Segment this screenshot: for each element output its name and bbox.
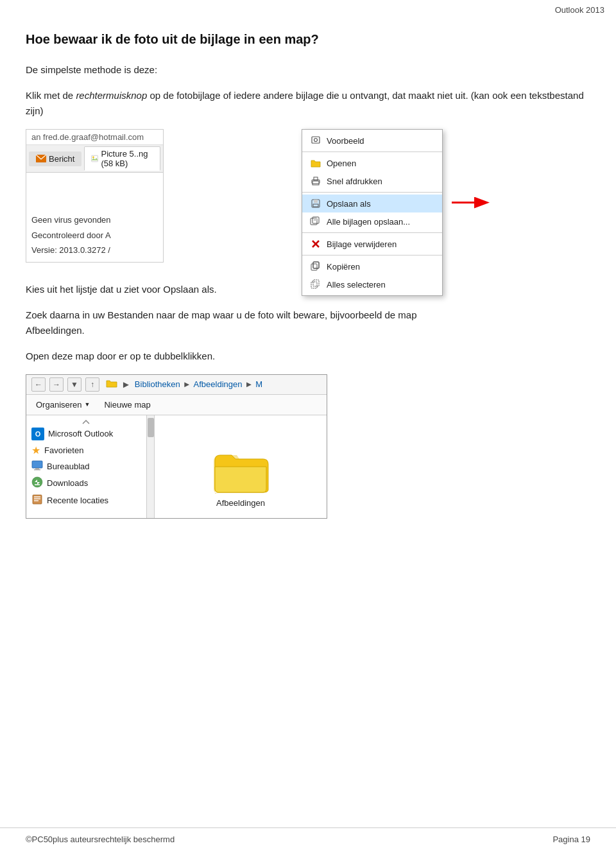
print-icon (310, 175, 321, 187)
svg-rect-20 (313, 262, 319, 268)
menu-label-verwijderen: Bijlage verwijderen (327, 239, 397, 249)
picture-icon (91, 153, 98, 164)
tree-item-favorieten[interactable]: ★ Favorieten (26, 442, 145, 458)
virus-text-area: Geen virus gevonden Gecontroleerd door A… (26, 173, 163, 262)
svg-rect-23 (32, 461, 42, 468)
separator-4 (302, 255, 442, 255)
svg-rect-31 (34, 498, 40, 499)
email-preview: an fred.de.graaf@hotmail.com Bericht (26, 129, 164, 263)
paragraph-2: Klik met de rechtermuisknop op de fotobi… (26, 88, 590, 119)
browser-toolbar: ← → ▼ ↑ ► Bibliotheken ► Afbeeldingen ► … (26, 375, 327, 395)
breadcrumb-m[interactable]: M (255, 379, 262, 389)
tab-bericht[interactable]: Bericht (29, 151, 81, 166)
menu-label-kopieren: Kopiëren (327, 262, 360, 272)
menu-label-voorbeeld: Voorbeeld (327, 136, 364, 146)
breadcrumb-afbeeldingen[interactable]: Afbeeldingen (194, 379, 243, 389)
star-icon: ★ (31, 444, 40, 456)
downloads-icon (31, 476, 43, 490)
menu-item-alles-selecteren[interactable]: Alles selecteren (302, 275, 442, 293)
breadcrumb-bibliotheken[interactable]: Bibliotheken (135, 379, 180, 389)
nav-back-button[interactable]: ← (31, 377, 46, 392)
tree-item-microsoft-outlook[interactable]: O Microsoft Outlook (26, 426, 145, 442)
select-all-icon (310, 279, 321, 290)
svg-rect-5 (312, 181, 319, 185)
header-title: Outlook 2013 (555, 5, 604, 15)
menu-label-opslaan-als: Opslaan als (327, 199, 371, 209)
save-all-icon (310, 216, 321, 227)
separator-3 (302, 232, 442, 233)
tree-item-downloads[interactable]: Downloads (26, 474, 145, 492)
virus-line-2: Gecontroleerd door A (31, 229, 158, 242)
nav-forward-button[interactable]: → (49, 377, 64, 392)
virus-line-3: Versie: 2013.0.3272 / (31, 244, 158, 257)
paragraph-5: Open deze map door er op te dubbelklikke… (26, 349, 590, 364)
context-menu: Voorbeeld Openen Snel afdrukken (302, 129, 443, 296)
page-header: Outlook 2013 (555, 5, 604, 15)
svg-rect-18 (311, 264, 317, 270)
menu-item-snel-afdrukken[interactable]: Snel afdrukken (302, 172, 442, 190)
menu-label-openen: Openen (327, 159, 356, 168)
breadcrumb-arrow-2: ► (244, 379, 253, 389)
footer-copyright: ©PC50plus auteursrechtelijk beschermd (26, 835, 175, 844)
svg-rect-22 (313, 280, 319, 286)
browser-actions-row: Organiseren ▼ Nieuwe map (26, 395, 327, 415)
svg-rect-15 (314, 218, 317, 221)
paragraph-1: De simpelste methode is deze: (26, 62, 590, 78)
breadcrumb-sep-1: ► (121, 379, 131, 390)
menu-item-kopieren[interactable]: Kopiëren (302, 257, 442, 275)
browser-content: O Microsoft Outlook ★ Favorieten (26, 415, 327, 518)
email-context-area: an fred.de.graaf@hotmail.com Bericht (26, 129, 327, 274)
tree-scrollbar-thumb[interactable] (148, 418, 154, 437)
copy-icon (310, 261, 321, 272)
menu-item-alle-bijlagen[interactable]: Alle bijlagen opslaan... (302, 212, 442, 230)
new-folder-button[interactable]: Nieuwe map (99, 398, 155, 411)
page-title: Hoe bewaar ik de foto uit de bijlage in … (26, 32, 590, 47)
menu-item-voorbeeld[interactable]: Voorbeeld (302, 132, 442, 150)
menu-item-openen[interactable]: Openen (302, 154, 442, 172)
menu-item-opslaan-als[interactable]: Opslaan als (302, 195, 442, 212)
red-arrow (449, 195, 493, 212)
file-tree: O Microsoft Outlook ★ Favorieten (26, 415, 155, 518)
menu-label-snel-afdrukken: Snel afdrukken (327, 177, 382, 186)
svg-point-4 (314, 139, 318, 142)
email-tabs-row: Bericht Picture 5..ng (58 kB) (26, 145, 163, 173)
separator-2 (302, 192, 442, 193)
paragraph-4: Zoek daarna in uw Bestanden naar de map … (26, 307, 590, 338)
folder-afbeeldingen-icon (212, 447, 270, 496)
recents-icon (31, 494, 43, 507)
file-browser: ← → ▼ ↑ ► Bibliotheken ► Afbeeldingen ► … (26, 374, 327, 519)
nav-dropdown-button[interactable]: ▼ (67, 377, 81, 392)
page-footer: ©PC50plus auteursrechtelijk beschermd Pa… (0, 827, 616, 844)
email-from: an fred.de.graaf@hotmail.com (26, 130, 163, 145)
desktop-icon (31, 460, 43, 472)
file-pane: Afbeeldingen (155, 415, 327, 518)
svg-rect-30 (34, 496, 40, 498)
svg-rect-3 (312, 137, 320, 143)
delete-icon (310, 238, 321, 250)
tree-scrollbar[interactable] (146, 415, 154, 518)
tab-picture[interactable]: Picture 5..ng (58 kB) (84, 146, 160, 171)
menu-label-alles-selecteren: Alles selecteren (327, 280, 386, 290)
scroll-up-indicator (26, 418, 145, 426)
virus-line-1: Geen virus gevonden (31, 214, 158, 227)
separator-1 (302, 151, 442, 152)
folder-open-icon (310, 157, 321, 169)
breadcrumb-arrow-1: ► (183, 379, 191, 389)
tree-item-bureaublad[interactable]: Bureaublad (26, 458, 145, 474)
tree-item-recente-locaties[interactable]: Recente locaties (26, 492, 145, 509)
envelope-icon (36, 155, 46, 162)
nav-up-button[interactable]: ↑ (85, 377, 99, 392)
svg-rect-9 (314, 200, 318, 203)
menu-item-verwijderen[interactable]: Bijlage verwijderen (302, 235, 442, 253)
svg-rect-24 (35, 468, 39, 469)
organise-button[interactable]: Organiseren ▼ (31, 398, 94, 411)
preview-icon (310, 135, 321, 146)
svg-rect-25 (34, 469, 40, 471)
svg-rect-10 (313, 204, 318, 207)
svg-rect-21 (311, 282, 317, 288)
svg-rect-19 (313, 262, 319, 268)
outlook-icon: O (31, 428, 44, 440)
organise-dropdown-icon: ▼ (85, 401, 90, 408)
menu-label-alle-bijlagen: Alle bijlagen opslaan... (327, 217, 410, 227)
folder-label: Afbeeldingen (216, 498, 265, 508)
